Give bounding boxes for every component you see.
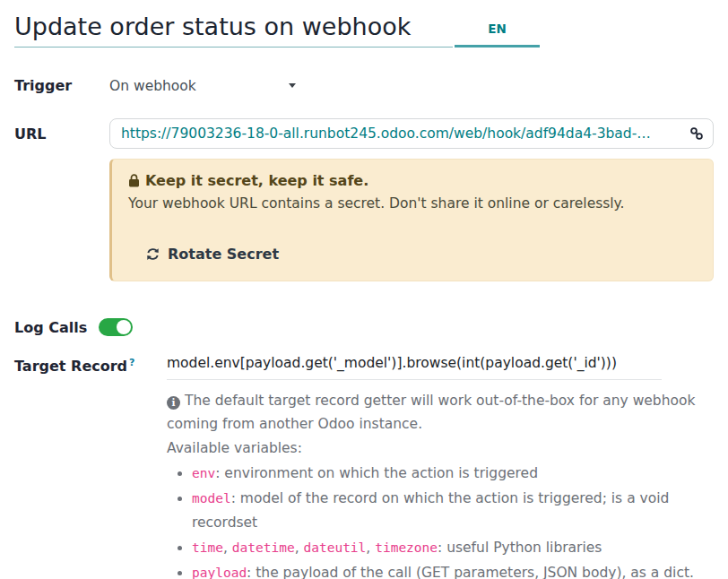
variable-code: datetime xyxy=(232,540,295,555)
language-button[interactable]: EN xyxy=(455,22,540,48)
trigger-selected-value: On webhook xyxy=(109,78,196,94)
trigger-label: Trigger xyxy=(14,77,109,94)
alert-body: Your webhook URL contains a secret. Don'… xyxy=(128,195,697,212)
target-record-label: Target Record? xyxy=(14,355,167,375)
variables-heading: Available variables: xyxy=(167,436,714,460)
lock-icon xyxy=(128,174,140,187)
rotate-secret-label: Rotate Secret xyxy=(168,246,279,263)
alert-title-row: Keep it secret, keep it safe. xyxy=(128,172,697,189)
variable-code: payload xyxy=(192,566,247,579)
rotate-secret-button[interactable]: Rotate Secret xyxy=(141,242,284,266)
info-icon: i xyxy=(167,396,180,410)
trigger-select[interactable]: On webhook xyxy=(109,78,299,94)
log-calls-row: Log Calls xyxy=(14,318,714,336)
variable-code: dateutil xyxy=(303,540,366,555)
url-row: URL https://79003236-18-0-all.runbot245.… xyxy=(14,118,714,149)
variable-item: env: environment on which the action is … xyxy=(192,462,714,485)
target-record-help: iThe default target record getter will w… xyxy=(167,389,714,579)
variable-item: model: model of the record on which the … xyxy=(192,487,714,534)
log-calls-toggle[interactable] xyxy=(99,318,133,336)
url-label: URL xyxy=(14,125,109,143)
variable-code: time xyxy=(192,540,223,555)
trigger-row: Trigger On webhook xyxy=(14,77,714,94)
target-record-code-input[interactable]: model.env[payload.get('_model')].browse(… xyxy=(167,355,662,380)
log-calls-label: Log Calls xyxy=(14,319,99,336)
header: Update order status on webhook EN xyxy=(14,13,714,48)
variable-item: payload: the payload of the call (GET pa… xyxy=(192,561,714,579)
toggle-knob xyxy=(117,320,131,334)
link-icon[interactable] xyxy=(689,126,704,141)
alert-title: Keep it secret, keep it safe. xyxy=(145,172,368,189)
webhook-url-value: https://79003236-18-0-all.runbot245.odoo… xyxy=(121,125,682,142)
variable-code: model xyxy=(192,491,231,506)
info-paragraph: iThe default target record getter will w… xyxy=(167,389,714,436)
target-record-row: Target Record? model.env[payload.get('_m… xyxy=(14,355,714,579)
help-tooltip-marker[interactable]: ? xyxy=(129,357,134,368)
variables-list: env: environment on which the action is … xyxy=(174,462,714,579)
chevron-down-icon xyxy=(289,83,296,88)
variable-code: timezone xyxy=(375,540,438,555)
variable-item: time, datetime, dateutil, timezone: usef… xyxy=(192,536,714,559)
target-record-value: model.env[payload.get('_model')].browse(… xyxy=(167,355,714,579)
target-record-label-text: Target Record xyxy=(14,358,127,375)
record-title-input[interactable]: Update order status on webhook xyxy=(14,13,453,48)
info-text: The default target record getter will wo… xyxy=(167,393,695,432)
secret-warning-alert: Keep it secret, keep it safe. Your webho… xyxy=(109,159,714,281)
refresh-icon xyxy=(146,247,160,261)
variable-code: env xyxy=(192,466,215,480)
webhook-url-input[interactable]: https://79003236-18-0-all.runbot245.odoo… xyxy=(109,118,714,149)
